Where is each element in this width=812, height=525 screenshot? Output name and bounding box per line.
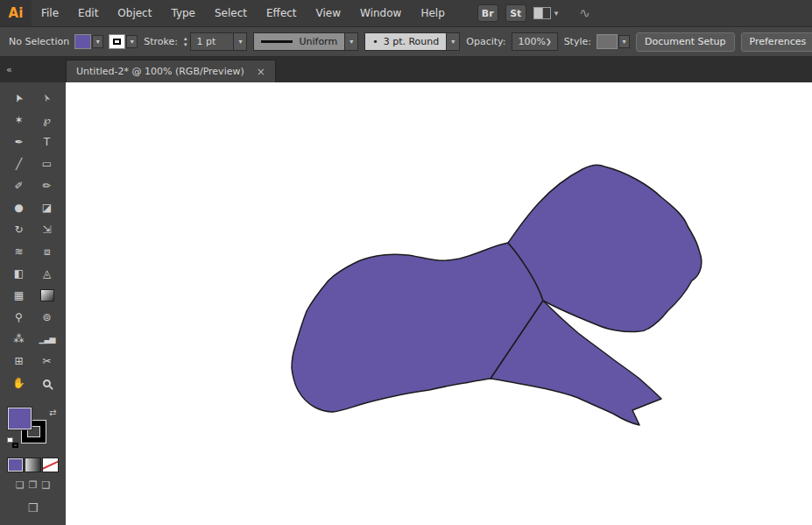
brush-field[interactable]: • 3 pt. Round	[364, 32, 447, 51]
blend-tool[interactable]: ⊚	[34, 307, 60, 328]
menu-file[interactable]: File	[32, 0, 68, 26]
default-fill-stroke-button[interactable]	[7, 437, 18, 448]
gradient-button[interactable]	[25, 458, 40, 472]
brush-combo: • 3 pt. Round ▾	[364, 32, 460, 51]
artwork[interactable]	[66, 82, 812, 525]
stroke-label[interactable]: Stroke:	[144, 36, 178, 47]
mini-stroke-icon	[12, 443, 18, 448]
stock-button[interactable]: St	[505, 4, 526, 22]
menu-type[interactable]: Type	[161, 0, 205, 26]
artwork-body-path[interactable]	[292, 243, 543, 412]
direct-selection-arrow-icon: ➢	[39, 91, 54, 104]
chevron-down-icon[interactable]: ▾	[126, 35, 138, 48]
eyedropper-tool[interactable]: ⚲	[6, 307, 32, 328]
pen-tool[interactable]: ✒	[6, 131, 32, 153]
width-profile-field[interactable]: Uniform	[253, 32, 345, 51]
document-tab[interactable]: Untitled-2* @ 100% (RGB/Preview) ×	[66, 60, 276, 82]
menu-view[interactable]: View	[307, 0, 350, 26]
paintbrush-tool[interactable]: ✐	[6, 175, 32, 196]
stepper-down-icon[interactable]: ▾	[184, 42, 187, 48]
chevron-down-icon[interactable]: ▾	[618, 35, 630, 48]
fill-color-dropdown[interactable]: ▾	[75, 35, 103, 48]
style-label[interactable]: Style:	[564, 36, 591, 47]
mesh-tool[interactable]: ▦	[6, 285, 32, 306]
menu-effect[interactable]: Effect	[257, 0, 307, 26]
preferences-button[interactable]: Preferences	[741, 32, 812, 52]
control-bar: No Selection ▾ ▾ Stroke: ▴ ▾ 1 pt ▾ Unif…	[0, 26, 812, 57]
stroke-weight-field[interactable]: 1 pt	[190, 32, 234, 51]
artboard-tool[interactable]: ⊞	[6, 351, 32, 372]
width-profile-combo: Uniform ▾	[253, 32, 358, 51]
artboard-canvas[interactable]	[66, 82, 812, 525]
magnifier-icon	[43, 380, 51, 387]
stroke-color-dropdown[interactable]: ▾	[109, 35, 138, 48]
fill-stroke-indicator: ⇄	[7, 408, 60, 450]
none-button[interactable]	[43, 458, 58, 472]
brush-dot-icon: •	[372, 36, 378, 47]
selection-status: No Selection	[9, 36, 69, 47]
width-profile-label: Uniform	[299, 36, 337, 47]
close-icon[interactable]: ×	[257, 66, 265, 78]
shape-builder-tool[interactable]: ◧	[6, 263, 32, 284]
width-tool[interactable]: ≋	[6, 241, 32, 262]
line-segment-tool[interactable]: ╱	[6, 153, 32, 174]
stroke-weight-stepper[interactable]: ▴ ▾	[184, 36, 187, 48]
perspective-grid-tool[interactable]: ◬	[34, 263, 60, 284]
color-mode-row	[8, 458, 58, 472]
collapse-panel-button[interactable]: «	[6, 57, 22, 82]
hand-tool[interactable]: ✋	[6, 372, 32, 394]
services-icon[interactable]: ∿	[579, 5, 590, 21]
lasso-tool[interactable]: ℘	[34, 110, 60, 131]
blob-brush-tool[interactable]: ●	[6, 197, 32, 218]
scale-tool[interactable]: ⇲	[34, 219, 60, 240]
document-setup-button[interactable]: Document Setup	[636, 32, 735, 52]
chevron-down-icon: ▾	[554, 9, 559, 18]
symbol-sprayer-tool[interactable]: ⁂	[6, 329, 32, 350]
chevron-down-icon[interactable]: ▾	[447, 32, 460, 51]
fill-indicator-swatch[interactable]	[8, 408, 32, 429]
opacity-value[interactable]: 100%	[518, 36, 545, 47]
illustrator-window: Ai File Edit Object Type Select Effect V…	[0, 0, 812, 525]
slice-tool[interactable]: ✂	[34, 351, 60, 372]
bridge-button[interactable]: Br	[477, 4, 498, 22]
menu-select[interactable]: Select	[205, 0, 257, 26]
menu-bar: Ai File Edit Object Type Select Effect V…	[0, 0, 812, 26]
zoom-tool[interactable]	[34, 372, 60, 394]
menu-window[interactable]: Window	[350, 0, 411, 26]
chevron-down-icon[interactable]: ▾	[92, 35, 103, 48]
color-button[interactable]	[8, 458, 23, 472]
drawing-modes-row: ❏ ❐ ❑	[16, 479, 51, 491]
chevron-right-icon[interactable]: ❯	[546, 38, 552, 46]
brush-name-label: 3 pt. Round	[384, 36, 440, 47]
screen-mode-button[interactable]: ❒	[28, 501, 39, 514]
menu-object[interactable]: Object	[108, 0, 161, 26]
arrange-documents-dropdown[interactable]: ▾	[533, 7, 559, 19]
opacity-label[interactable]: Opacity:	[466, 36, 505, 47]
free-transform-tool[interactable]: ⧈	[34, 241, 60, 262]
arrange-documents-icon	[533, 7, 551, 19]
type-tool[interactable]: T	[34, 131, 60, 153]
eraser-tool[interactable]: ◪	[34, 197, 60, 218]
menu-edit[interactable]: Edit	[68, 0, 108, 26]
rectangle-tool[interactable]: ▭	[34, 153, 60, 174]
selection-tool[interactable]: ➤	[6, 88, 32, 109]
document-tab-title: Untitled-2* @ 100% (RGB/Preview)	[76, 66, 244, 77]
gradient-icon	[41, 290, 53, 301]
style-dropdown[interactable]: ▾	[597, 35, 630, 48]
pencil-tool[interactable]: ✏	[34, 175, 60, 196]
swap-fill-stroke-icon[interactable]: ⇄	[49, 408, 56, 417]
tools-grid: ➤ ➢ ✶ ℘ ✒ T ╱ ▭ ✐ ✏ ● ◪ ↻ ⇲ ≋ ⧈ ◧ ◬ ▦ ⚲	[6, 88, 60, 394]
direct-selection-tool[interactable]: ➢	[34, 88, 60, 109]
fill-swatch-icon	[75, 35, 90, 48]
draw-inside-icon[interactable]: ❑	[41, 479, 50, 491]
draw-behind-icon[interactable]: ❐	[29, 479, 38, 491]
magic-wand-tool[interactable]: ✶	[6, 110, 32, 131]
column-graph-tool[interactable]: ▁▃▅	[34, 329, 60, 350]
gradient-tool[interactable]	[34, 285, 60, 306]
draw-normal-icon[interactable]: ❏	[16, 479, 25, 491]
chevron-down-icon[interactable]: ▾	[234, 32, 247, 51]
rotate-tool[interactable]: ↻	[6, 219, 32, 240]
menu-help[interactable]: Help	[411, 0, 454, 26]
chevron-down-icon[interactable]: ▾	[345, 32, 358, 51]
opacity-field[interactable]: 100% ❯	[512, 32, 557, 51]
